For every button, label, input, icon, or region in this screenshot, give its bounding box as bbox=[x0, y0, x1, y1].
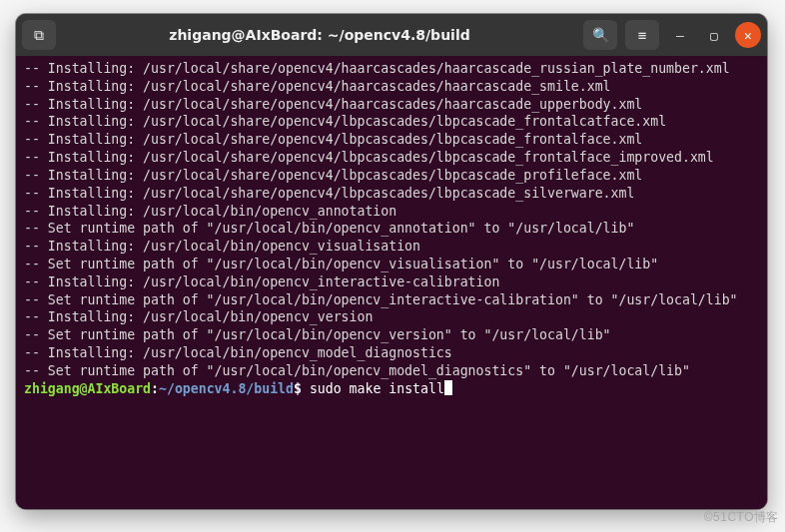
prompt-cwd: ~/opencv4.8/build bbox=[159, 381, 294, 396]
prompt-command: sudo make install bbox=[310, 381, 444, 396]
new-tab-icon: ⧉ bbox=[34, 27, 44, 44]
output-line: -- Set runtime path of "/usr/local/bin/o… bbox=[24, 256, 759, 273]
titlebar: ⧉ zhigang@AIxBoard: ~/opencv4.8/build 🔍 … bbox=[16, 14, 767, 56]
output-line: -- Set runtime path of "/usr/local/bin/o… bbox=[24, 220, 759, 238]
output-line: -- Installing: /usr/local/share/opencv4/… bbox=[24, 113, 759, 131]
close-icon: ✕ bbox=[744, 28, 752, 43]
prompt-colon: : bbox=[151, 381, 159, 396]
output-line: -- Set runtime path of "/usr/local/bin/o… bbox=[24, 362, 759, 380]
minimize-button[interactable]: — bbox=[667, 22, 693, 48]
search-button[interactable]: 🔍 bbox=[583, 20, 617, 50]
maximize-button[interactable]: ▢ bbox=[701, 22, 727, 48]
output-line: -- Set runtime path of "/usr/local/bin/o… bbox=[24, 291, 759, 309]
output-line: -- Installing: /usr/local/share/opencv4/… bbox=[24, 185, 759, 203]
menu-button[interactable]: ≡ bbox=[625, 20, 659, 50]
cursor bbox=[444, 380, 452, 395]
window-title: zhigang@AIxBoard: ~/opencv4.8/build bbox=[64, 27, 575, 43]
output-line: -- Installing: /usr/local/share/opencv4/… bbox=[24, 60, 759, 78]
output-line: -- Installing: /usr/local/bin/opencv_mod… bbox=[24, 344, 759, 362]
output-line: -- Installing: /usr/local/share/opencv4/… bbox=[24, 131, 759, 149]
output-line: -- Installing: /usr/local/share/opencv4/… bbox=[24, 96, 759, 114]
watermark: ©51CTO博客 bbox=[704, 509, 779, 526]
prompt-line[interactable]: zhigang@AIxBoard:~/opencv4.8/build$ sudo… bbox=[24, 380, 759, 398]
output-line: -- Set runtime path of "/usr/local/bin/o… bbox=[24, 326, 759, 344]
hamburger-icon: ≡ bbox=[638, 27, 646, 43]
new-tab-button[interactable]: ⧉ bbox=[22, 20, 56, 50]
output-line: -- Installing: /usr/local/bin/opencv_int… bbox=[24, 273, 759, 291]
search-icon: 🔍 bbox=[592, 27, 609, 43]
close-button[interactable]: ✕ bbox=[735, 22, 761, 48]
terminal-output[interactable]: -- Installing: /usr/local/share/opencv4/… bbox=[16, 56, 767, 509]
output-line: -- Installing: /usr/local/bin/opencv_ann… bbox=[24, 203, 759, 221]
output-line: -- Installing: /usr/local/share/opencv4/… bbox=[24, 78, 759, 96]
output-line: -- Installing: /usr/local/bin/opencv_vis… bbox=[24, 238, 759, 256]
maximize-icon: ▢ bbox=[710, 28, 718, 43]
output-line: -- Installing: /usr/local/bin/opencv_ver… bbox=[24, 308, 759, 326]
minimize-icon: — bbox=[676, 28, 684, 43]
prompt-user-host: zhigang@AIxBoard bbox=[24, 381, 151, 396]
output-line: -- Installing: /usr/local/share/opencv4/… bbox=[24, 167, 759, 185]
output-line: -- Installing: /usr/local/share/opencv4/… bbox=[24, 149, 759, 167]
prompt-dollar: $ bbox=[294, 381, 310, 396]
terminal-window: ⧉ zhigang@AIxBoard: ~/opencv4.8/build 🔍 … bbox=[16, 14, 767, 509]
